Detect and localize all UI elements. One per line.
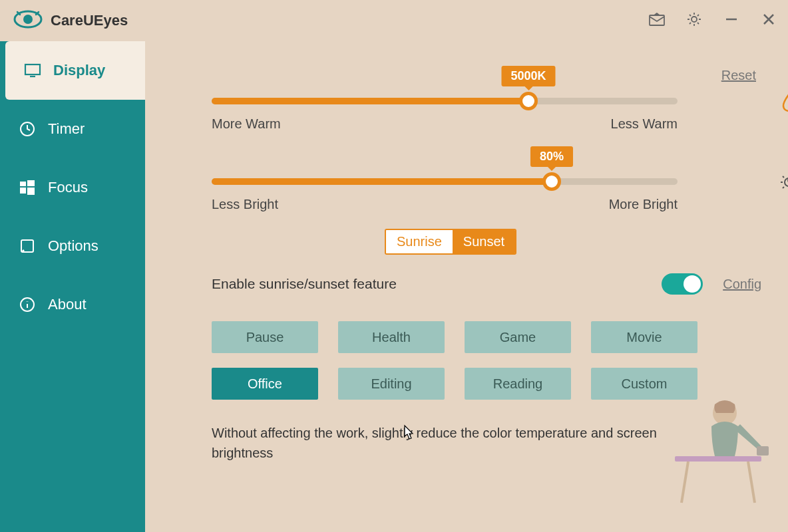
svg-rect-5 [25,65,40,74]
feature-label: Enable sunrise/sunset feature [212,276,397,292]
mode-movie[interactable]: Movie [591,321,697,353]
temperature-slider[interactable]: 5000K [212,98,678,104]
temperature-thumb[interactable] [519,92,538,110]
titlebar: CareUEyes [0,0,788,41]
svg-line-18 [682,462,688,503]
app-name: CareUEyes [51,12,128,29]
brightness-thumb[interactable] [542,172,561,191]
mode-health[interactable]: Health [338,321,445,353]
temperature-tooltip: 5000K [501,66,555,86]
mode-editing[interactable]: Editing [338,368,445,400]
reset-link[interactable]: Reset [721,68,756,83]
svg-line-19 [748,462,755,503]
sunrise-option[interactable]: Sunrise [386,230,453,253]
sidebar-item-timer[interactable]: Timer [0,100,145,158]
temp-right-label: Less Warm [611,116,678,132]
windows-icon [19,179,36,196]
sidebar-item-label: About [48,296,87,313]
svg-rect-11 [27,188,35,195]
bright-right-label: More Bright [609,197,678,212]
sidebar-item-focus[interactable]: Focus [0,158,145,217]
feature-row: Enable sunrise/sunset feature Config [212,273,761,295]
mode-office[interactable]: Office [212,368,318,400]
feature-toggle[interactable] [662,273,703,295]
monitor-icon [24,62,41,79]
svg-rect-21 [757,446,769,456]
clock-icon [19,120,36,138]
sidebar-item-display[interactable]: Display [5,41,145,100]
temperature-slider-row: 5000K More Warm Less Warm [212,98,761,132]
sidebar-item-about[interactable]: About [0,275,145,334]
svg-point-3 [691,17,697,22]
sidebar: Display Timer Focus Options About [0,41,145,532]
brightness-tooltip: 80% [530,146,573,167]
close-icon[interactable] [759,10,778,29]
sidebar-item-label: Timer [48,120,85,138]
bright-left-label: Less Bright [212,197,278,212]
svg-rect-8 [20,182,26,186]
svg-rect-17 [675,456,761,462]
brightness-icon [779,173,788,194]
gear-icon[interactable] [685,10,703,29]
sidebar-item-label: Options [48,237,98,255]
sidebar-item-label: Display [53,62,105,79]
temperature-fill [212,98,528,104]
svg-rect-10 [20,188,26,194]
logo-area: CareUEyes [13,9,128,32]
config-link[interactable]: Config [723,277,761,292]
eye-logo-icon [13,9,43,32]
window-controls [648,10,778,29]
mail-icon[interactable] [648,10,666,29]
brightness-fill [212,178,552,185]
sidebar-item-label: Focus [48,179,88,196]
options-icon [19,237,36,255]
sidebar-item-options[interactable]: Options [0,217,145,275]
info-icon [19,296,36,313]
brightness-slider[interactable]: 80% [212,178,678,185]
temp-left-label: More Warm [212,116,281,132]
svg-point-1 [23,15,33,24]
temperature-labels: More Warm Less Warm [212,116,678,132]
mode-description: Without affecting the work, slightly red… [212,423,711,463]
person-illustration [662,376,781,512]
mode-game[interactable]: Game [465,321,571,353]
mode-pause[interactable]: Pause [212,321,318,353]
minimize-icon[interactable] [722,10,741,29]
toggle-knob [684,275,701,293]
sunrise-sunset-toggle: Sunrise Sunset [385,229,516,255]
drop-icon [781,92,788,115]
svg-rect-9 [27,180,35,186]
brightness-slider-row: 80% Less Bright More Bright [212,178,761,212]
sunset-option[interactable]: Sunset [453,230,515,253]
svg-rect-2 [650,15,664,25]
mode-reading[interactable]: Reading [465,368,571,400]
brightness-labels: Less Bright More Bright [212,197,678,212]
